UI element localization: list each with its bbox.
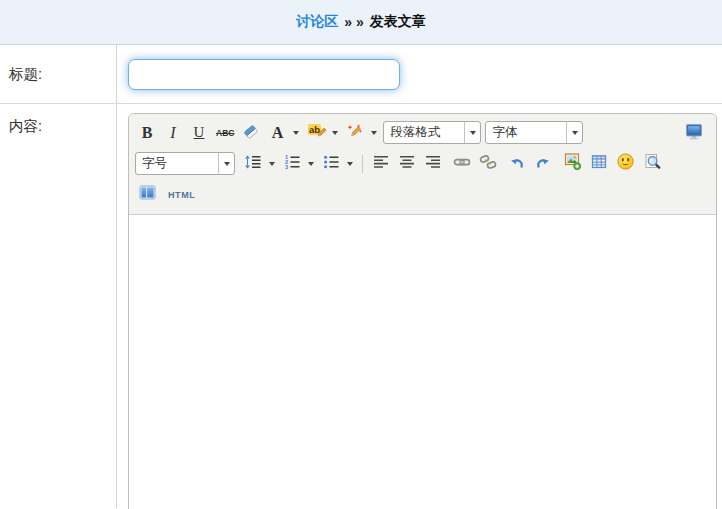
insert-image-button[interactable]: [560, 153, 585, 175]
title-label-cell: 标题:: [0, 45, 117, 103]
page-title: 发表文章: [370, 13, 426, 31]
content-label: 内容:: [9, 117, 42, 136]
font-family-value: 字体: [486, 122, 566, 143]
insert-link-button[interactable]: [450, 153, 474, 175]
toolbar-row-3: HTML: [134, 179, 711, 210]
line-height-icon: [244, 153, 262, 175]
chevron-down-icon: [371, 131, 377, 135]
content-row: 内容: B I U: [0, 104, 722, 508]
highlight-button[interactable]: ab: [304, 122, 328, 144]
link-icon: [453, 153, 471, 175]
emoticon-button[interactable]: [613, 153, 638, 175]
html-source-label: HTML: [168, 190, 195, 200]
preview-icon: [643, 152, 662, 175]
magic-pen-icon: [346, 122, 364, 144]
ordered-list-button[interactable]: 123: [280, 153, 304, 175]
magic-pen-button[interactable]: [343, 122, 367, 144]
unordered-list-split-button[interactable]: [319, 153, 356, 175]
toggle-panels-button[interactable]: [135, 184, 160, 206]
chevron-down-icon: [293, 131, 299, 135]
font-color-button[interactable]: A: [265, 122, 289, 144]
line-height-split-button[interactable]: [241, 153, 278, 175]
unordered-list-dropdown[interactable]: [343, 153, 356, 175]
paragraph-format-select[interactable]: 段落格式: [383, 121, 481, 144]
undo-icon: [508, 153, 526, 175]
fullscreen-icon: [684, 121, 704, 145]
underline-button[interactable]: U: [187, 122, 211, 144]
editor-content-area[interactable]: [129, 215, 716, 509]
font-family-select[interactable]: 字体: [485, 121, 583, 144]
chevron-down-icon: [470, 131, 476, 135]
chevron-down-icon: [269, 162, 275, 166]
insert-table-button[interactable]: [587, 153, 611, 175]
unordered-list-button[interactable]: [319, 153, 343, 175]
toolbar-row-2: 字号: [134, 148, 711, 179]
ordered-list-split-button[interactable]: 123: [280, 153, 317, 175]
remove-format-button[interactable]: [239, 122, 263, 144]
font-color-icon: A: [272, 125, 284, 141]
eraser-icon: [242, 122, 260, 144]
fullscreen-button[interactable]: [681, 122, 707, 144]
title-input[interactable]: [128, 59, 400, 90]
breadcrumb-forum-link[interactable]: 讨论区: [296, 13, 338, 31]
chevron-down-icon: [332, 131, 338, 135]
font-size-select[interactable]: 字号: [135, 152, 235, 175]
align-right-icon: [424, 153, 442, 175]
align-center-icon: [398, 153, 416, 175]
toolbar-row-1: B I U ABC: [134, 117, 711, 148]
table-icon: [590, 153, 608, 175]
align-right-button[interactable]: [421, 153, 445, 175]
chevron-down-icon: [572, 131, 578, 135]
redo-icon: [534, 153, 552, 175]
title-label: 标题:: [9, 65, 42, 84]
bold-icon: B: [142, 124, 153, 142]
font-size-value: 字号: [136, 153, 218, 174]
italic-icon: I: [170, 124, 175, 142]
remove-link-button[interactable]: [476, 153, 500, 175]
publish-article-page: 讨论区 » » 发表文章 标题: 内容: B: [0, 0, 722, 509]
font-color-split-button[interactable]: A: [265, 122, 302, 144]
emoticon-icon: [616, 152, 635, 175]
align-left-button[interactable]: [369, 153, 393, 175]
chevron-down-icon: [224, 162, 230, 166]
bold-button[interactable]: B: [135, 122, 159, 144]
breadcrumb-separator: » »: [344, 14, 363, 30]
redo-button[interactable]: [531, 153, 555, 175]
strikethrough-icon: ABC: [216, 128, 234, 138]
editor-toolbar: B I U ABC: [129, 114, 716, 215]
title-row: 标题:: [0, 45, 722, 104]
undo-button[interactable]: [505, 153, 529, 175]
title-field-cell: [117, 45, 722, 103]
font-color-dropdown[interactable]: [289, 122, 302, 144]
strikethrough-button[interactable]: ABC: [213, 122, 237, 144]
underline-icon: U: [194, 124, 205, 141]
select-arrow: [464, 122, 480, 143]
html-source-button[interactable]: HTML: [165, 184, 198, 206]
panels-icon: [138, 183, 157, 206]
highlight-dropdown[interactable]: [328, 122, 341, 144]
italic-button[interactable]: I: [161, 122, 185, 144]
rich-text-editor: B I U ABC: [128, 113, 717, 509]
highlight-split-button[interactable]: ab: [304, 122, 341, 144]
line-height-dropdown[interactable]: [265, 153, 278, 175]
align-left-icon: [372, 153, 390, 175]
content-label-cell: 内容:: [0, 104, 117, 508]
select-arrow: [566, 122, 582, 143]
line-height-button[interactable]: [241, 153, 265, 175]
ordered-list-dropdown[interactable]: [304, 153, 317, 175]
preview-button[interactable]: [640, 153, 665, 175]
content-field-cell: B I U ABC: [117, 104, 722, 508]
unordered-list-icon: [322, 153, 340, 175]
paragraph-format-value: 段落格式: [384, 122, 464, 143]
magic-pen-split-button[interactable]: [343, 122, 380, 144]
unlink-icon: [479, 153, 497, 175]
chevron-down-icon: [347, 162, 353, 166]
breadcrumb: 讨论区 » » 发表文章: [0, 0, 722, 45]
select-arrow: [218, 153, 234, 174]
svg-text:3: 3: [285, 164, 288, 170]
magic-pen-dropdown[interactable]: [367, 122, 380, 144]
ordered-list-icon: 123: [283, 153, 301, 175]
toolbar-separator: [362, 155, 363, 173]
align-center-button[interactable]: [395, 153, 419, 175]
chevron-down-icon: [308, 162, 314, 166]
